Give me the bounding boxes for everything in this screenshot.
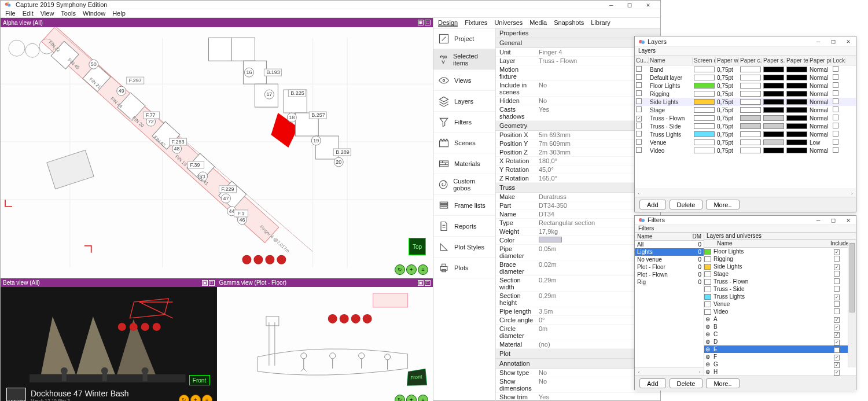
nav-project[interactable]: Project [433,28,495,49]
screen-color-swatch[interactable] [694,131,715,137]
include-row[interactable]: ⊛E [704,345,848,353]
paper-color-swatch[interactable] [740,107,761,113]
include-row[interactable]: ⊛F [704,353,848,360]
screen-color-swatch[interactable] [694,75,715,80]
menu-edit[interactable]: Edit [23,10,34,17]
col-locked[interactable]: Locked [832,57,845,64]
scroll-right-icon[interactable]: › [848,189,856,197]
filter-row[interactable]: Plot - Flown0 [635,271,704,278]
paper-s-swatch[interactable] [763,115,784,121]
alpha-view-layout-icon[interactable]: ▣ [418,20,424,25]
paper-s-swatch[interactable] [763,148,784,153]
filters-delete-button[interactable]: Delete [670,378,703,388]
include-checkbox[interactable] [834,317,840,323]
include-checkbox[interactable] [834,325,840,330]
nav-custom-gobos[interactable]: Custom gobos [433,174,495,195]
col-paper-text[interactable]: Paper te... [785,57,808,64]
paper-s-swatch[interactable] [763,75,784,80]
filters-left-h-scrollbar[interactable]: ‹ › [635,367,704,376]
filter-row[interactable]: All0 [635,241,704,248]
layer-current-checkbox[interactable] [636,116,642,122]
color-swatch[interactable] [539,237,562,242]
include-checkbox[interactable] [834,271,840,277]
include-row[interactable]: Stage [704,270,848,278]
beta-view-header[interactable]: Beta view (All) ▣□ [1,278,217,287]
paper-color-swatch[interactable] [740,67,761,72]
nav-selected-items[interactable]: Selected items [433,49,495,70]
filters-col-name[interactable]: Name [635,233,690,240]
paper-text-swatch[interactable] [786,107,807,113]
include-checkbox[interactable] [834,332,840,338]
screen-color-swatch[interactable] [694,83,715,89]
paper-text-swatch[interactable] [786,75,807,80]
paper-text-swatch[interactable] [786,148,807,153]
filter-row[interactable]: Rig0 [635,278,704,286]
alpha-tool-1-icon[interactable]: ↻ [395,264,405,275]
include-checkbox[interactable] [834,264,840,270]
filter-row[interactable]: No venue0 [635,256,704,263]
include-row[interactable]: Truss Lights [704,293,848,300]
gamma-front-cube[interactable]: Front [407,369,427,386]
gamma-layout-icon[interactable]: ▣ [418,280,424,286]
nav-views[interactable]: Views [433,70,495,91]
nav-reports[interactable]: Reports [433,216,495,237]
include-checkbox[interactable] [834,301,840,307]
layer-row[interactable]: Truss - Flown0,75ptNormal [635,114,856,122]
layers-close-button[interactable]: ✕ [844,38,852,46]
screen-color-swatch[interactable] [694,99,715,105]
filters-add-button[interactable]: Add [639,378,666,388]
minimize-button[interactable]: — [607,1,615,9]
scroll-left-icon[interactable]: ‹ [635,368,643,376]
layers-titlebar[interactable]: Layers — □ ✕ [635,36,856,47]
tab-design[interactable]: Design [438,19,458,27]
layer-current-checkbox[interactable] [636,139,642,145]
screen-color-swatch[interactable] [694,115,715,121]
layer-row[interactable]: Video0,75ptNormal [635,146,856,154]
layer-locked-checkbox[interactable] [833,147,838,153]
include-row[interactable]: Rigging [704,255,848,263]
close-button[interactable]: ✕ [644,1,652,9]
layer-locked-checkbox[interactable] [833,90,838,96]
paper-color-swatch[interactable] [740,148,761,153]
include-checkbox[interactable] [834,286,840,292]
nav-materials[interactable]: Materials [433,153,495,174]
menu-view[interactable]: View [41,10,54,17]
filter-row[interactable]: Lights0 [635,248,704,256]
include-row[interactable]: Venue [704,300,848,308]
gamma-tool-2-icon[interactable]: ✦ [406,395,417,401]
layer-locked-checkbox[interactable] [833,98,838,104]
layer-locked-checkbox[interactable] [833,123,838,128]
include-row[interactable]: Video [704,308,848,315]
scroll-right-icon[interactable]: › [696,368,704,376]
paper-color-swatch[interactable] [740,91,761,97]
layer-current-checkbox[interactable] [636,147,642,153]
filters-right-v-scrollbar[interactable] [848,242,856,367]
beta-tool-1-icon[interactable]: ↻ [179,395,189,401]
include-row[interactable]: ⊛D [704,338,848,345]
layer-current-checkbox[interactable] [636,82,642,88]
layer-locked-checkbox[interactable] [833,106,838,112]
screen-color-swatch[interactable] [694,67,715,72]
prop-value[interactable]: Yes [536,393,660,401]
paper-s-swatch[interactable] [763,139,784,145]
beta-tool-3-icon[interactable]: ≡ [202,395,212,401]
maximize-button[interactable]: □ [626,1,634,9]
nav-layers[interactable]: Layers [433,91,495,112]
filters-more-button[interactable]: More.. [706,378,739,388]
beta-max-icon[interactable]: □ [209,280,215,286]
scroll-left-icon[interactable]: ‹ [635,189,643,197]
include-checkbox[interactable] [834,347,840,353]
include-row[interactable]: ⊛A [704,315,848,323]
include-checkbox[interactable] [834,249,840,255]
beta-tool-2-icon[interactable]: ✦ [190,395,201,401]
screen-color-swatch[interactable] [694,107,715,113]
paper-s-swatch[interactable] [763,83,784,89]
nav-frame-lists[interactable]: Frame lists [433,195,495,216]
menu-window[interactable]: Window [83,10,105,17]
col-paper-color[interactable]: Paper c... [739,57,762,64]
paper-s-swatch[interactable] [763,99,784,105]
top-orientation-badge[interactable]: Top [409,238,426,255]
include-row[interactable]: ⊛B [704,323,848,330]
paper-s-swatch[interactable] [763,123,784,129]
paper-color-swatch[interactable] [740,131,761,137]
